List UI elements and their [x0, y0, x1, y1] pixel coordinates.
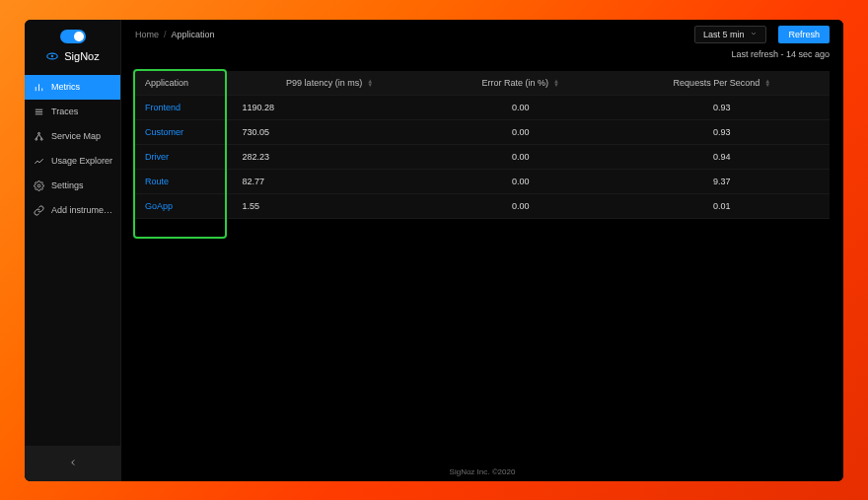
cell-p99: 1190.28 — [233, 95, 427, 119]
col-header-p99-latency[interactable]: P99 latency (in ms) ▲▼ — [233, 71, 427, 96]
cell-error-rate: 0.00 — [427, 193, 615, 218]
table-row: Frontend1190.280.000.93 — [135, 95, 830, 119]
breadcrumb-current: Application — [172, 30, 215, 39]
app-window: SigNoz Metrics Traces — [25, 20, 843, 481]
sidebar-item-label: Settings — [51, 180, 84, 190]
sidebar-item-metrics[interactable]: Metrics — [25, 75, 120, 100]
theme-toggle[interactable] — [60, 30, 86, 43]
sidebar-item-label: Add instrume… — [51, 205, 112, 215]
col-header-rps[interactable]: Requests Per Second ▲▼ — [615, 71, 830, 96]
sidebar-collapse[interactable] — [25, 446, 120, 481]
application-link[interactable]: Route — [145, 177, 169, 186]
content: Home / Application Last 5 min Refresh La… — [121, 20, 843, 481]
brand[interactable]: SigNoz — [45, 49, 99, 63]
svg-line-11 — [36, 134, 39, 138]
main-row: SigNoz Metrics Traces — [25, 20, 843, 481]
col-header-application[interactable]: Application — [135, 71, 233, 96]
cell-error-rate: 0.00 — [427, 144, 615, 169]
sidebar-item-service-map[interactable]: Service Map — [25, 124, 120, 149]
svg-point-1 — [51, 54, 53, 56]
application-link[interactable]: Driver — [145, 152, 169, 162]
topbar: Home / Application Last 5 min Refresh — [121, 20, 843, 47]
sidebar-item-settings[interactable]: Settings — [25, 174, 120, 198]
sidebar-header: SigNoz — [25, 20, 120, 71]
sidebar-item-label: Traces — [51, 107, 78, 116]
footer-text: SigNoz Inc. ©2020 — [121, 462, 843, 481]
application-link[interactable]: Customer — [145, 127, 183, 137]
breadcrumb: Home / Application — [135, 30, 215, 39]
cell-rps: 0.94 — [615, 144, 830, 169]
time-range-label: Last 5 min — [703, 30, 745, 39]
svg-point-10 — [40, 138, 42, 140]
refresh-button[interactable]: Refresh — [778, 26, 830, 43]
cell-p99: 82.77 — [233, 169, 427, 193]
list-icon — [34, 107, 44, 117]
sort-icon: ▲▼ — [367, 79, 373, 87]
cell-rps: 9.37 — [615, 169, 830, 193]
chevron-left-icon — [68, 454, 78, 471]
cell-p99: 1.55 — [233, 193, 427, 218]
last-refresh-bar: Last refresh - 14 sec ago — [121, 47, 843, 65]
sidebar-item-add-instrumentation[interactable]: Add instrume… — [25, 198, 120, 223]
svg-point-8 — [38, 132, 40, 134]
svg-line-12 — [39, 134, 42, 138]
sort-icon: ▲▼ — [553, 79, 559, 87]
last-refresh-text: Last refresh - 14 sec ago — [731, 49, 830, 59]
svg-point-9 — [36, 138, 37, 140]
sidebar-item-usage-explorer[interactable]: Usage Explorer — [25, 149, 120, 174]
breadcrumb-home[interactable]: Home — [135, 30, 159, 39]
sidebar: SigNoz Metrics Traces — [25, 20, 121, 481]
table-row: Route82.770.009.37 — [135, 169, 830, 193]
bar-chart-icon — [34, 82, 44, 93]
deployment-icon — [34, 131, 44, 142]
cell-p99: 282.23 — [233, 144, 427, 169]
table-row: Customer730.050.000.93 — [135, 119, 830, 144]
sidebar-item-traces[interactable]: Traces — [25, 100, 120, 124]
applications-table: Application P99 latency (in ms) ▲▼ — [135, 71, 830, 219]
brand-logo-icon — [45, 49, 59, 63]
sort-icon: ▲▼ — [764, 79, 770, 87]
link-icon — [34, 205, 44, 216]
line-chart-icon — [34, 156, 44, 167]
application-link[interactable]: GoApp — [145, 201, 173, 211]
cell-rps: 0.93 — [615, 119, 830, 144]
sidebar-item-label: Metrics — [51, 82, 80, 92]
cell-p99: 730.05 — [233, 119, 427, 144]
cell-error-rate: 0.00 — [427, 95, 615, 119]
chevron-down-icon — [750, 30, 758, 39]
sidebar-item-label: Service Map — [51, 131, 101, 141]
sidebar-item-label: Usage Explorer — [51, 156, 112, 166]
table-row: Driver282.230.000.94 — [135, 144, 830, 169]
cell-error-rate: 0.00 — [427, 169, 615, 193]
cell-rps: 0.93 — [615, 95, 830, 119]
table-row: GoApp1.550.000.01 — [135, 193, 830, 218]
application-link[interactable]: Frontend — [145, 103, 181, 112]
cell-error-rate: 0.00 — [427, 119, 615, 144]
breadcrumb-separator: / — [164, 30, 167, 39]
time-range-picker[interactable]: Last 5 min — [694, 26, 767, 43]
brand-name: SigNoz — [64, 50, 99, 62]
svg-point-13 — [37, 184, 40, 187]
nav: Metrics Traces Service Map — [25, 75, 120, 223]
col-header-error-rate[interactable]: Error Rate (in %) ▲▼ — [427, 71, 615, 96]
gear-icon — [34, 180, 44, 191]
cell-rps: 0.01 — [615, 193, 830, 218]
